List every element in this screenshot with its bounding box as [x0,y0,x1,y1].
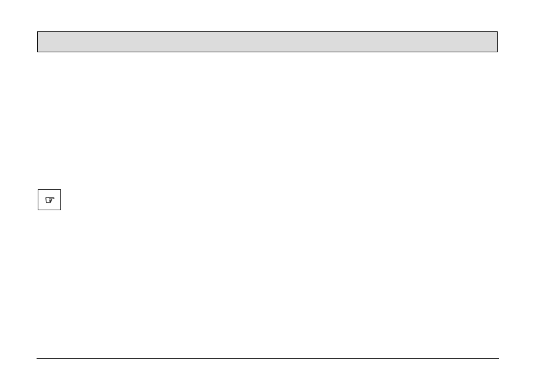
footer-separator [37,358,499,359]
header-banner [37,31,498,52]
pointing-hand-icon: ☞ [45,194,54,206]
note-callout-box: ☞ [38,189,61,210]
